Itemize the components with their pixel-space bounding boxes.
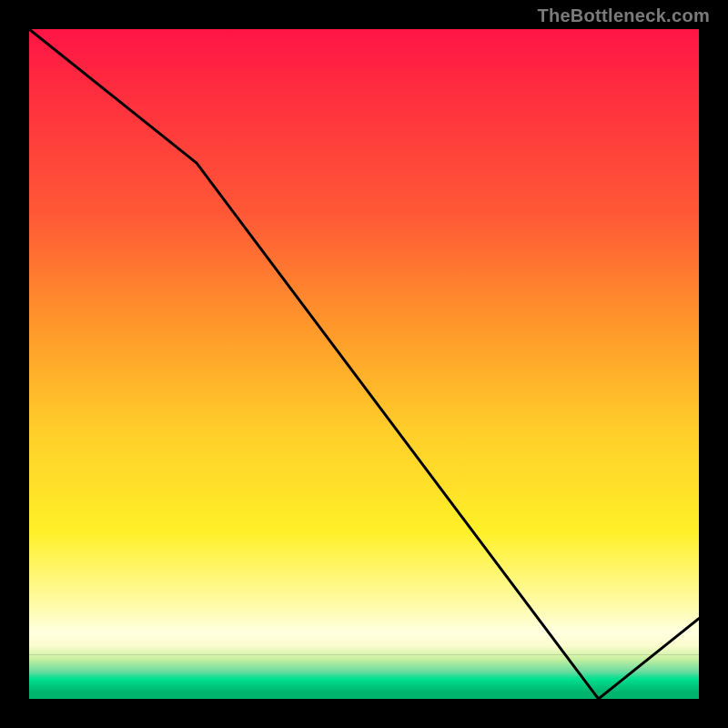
- watermark-text: TheBottleneck.com: [537, 5, 710, 26]
- plot-area: [27, 27, 701, 701]
- chart-frame: { "watermark": "TheBottleneck.com", "bot…: [0, 0, 728, 728]
- line-series: [29, 29, 699, 699]
- series-path: [29, 29, 699, 699]
